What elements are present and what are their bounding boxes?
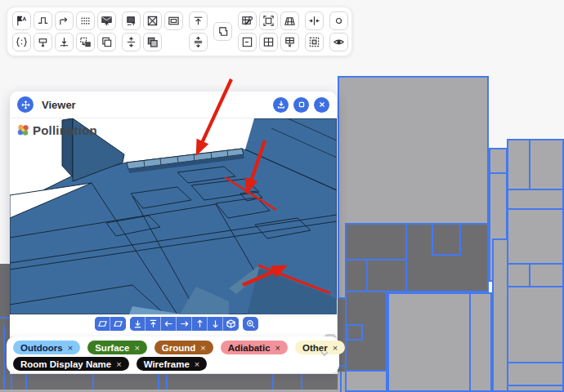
view-nav-toolbar — [95, 317, 258, 331]
up-view-button[interactable] — [192, 317, 208, 331]
rooms-transfer-button[interactable] — [76, 33, 95, 51]
plan-room — [489, 148, 508, 174]
tag-outdoors[interactable]: Outdoors× — [13, 341, 80, 354]
grid-wrench-icon — [241, 15, 253, 27]
plan-line — [3, 325, 5, 392]
remove-tag-icon[interactable]: × — [68, 343, 73, 353]
top-view-button[interactable] — [145, 317, 161, 331]
plan-room — [0, 264, 10, 392]
corner-arrow-button[interactable] — [55, 11, 74, 30]
remove-tag-icon[interactable]: × — [134, 343, 139, 353]
plan-room — [345, 370, 387, 392]
viewer-titlebar[interactable]: Viewer — [10, 91, 337, 118]
viewer-window: Viewer Pollination — [10, 91, 337, 336]
collapse-horizontal-button[interactable] — [305, 11, 324, 30]
plan-room — [492, 238, 508, 392]
flag-delete-button[interactable] — [34, 33, 52, 51]
close-button[interactable] — [314, 97, 329, 113]
plan-room — [345, 259, 368, 292]
plan-room — [529, 263, 564, 287]
tag-adiabatic[interactable]: Adiabatic× — [221, 341, 288, 354]
plan-line — [25, 374, 27, 390]
text-annotate-icon — [16, 15, 28, 27]
isometric-view-button[interactable] — [223, 317, 239, 331]
brace-match-button[interactable] — [12, 33, 31, 51]
plan-line — [0, 317, 10, 318]
plan-room — [507, 362, 564, 386]
tag-label: Ground — [162, 343, 196, 353]
tag-room-display-name[interactable]: Room Display Name× — [13, 357, 129, 371]
tags-row-2: Room Display Name× Wireframe× — [13, 357, 333, 371]
plan-line — [11, 374, 12, 390]
download-icon — [276, 100, 286, 109]
eye-visibility-button[interactable] — [329, 33, 348, 51]
x-box-button[interactable] — [143, 11, 162, 30]
x-box-icon — [146, 15, 159, 27]
text-annotate-button[interactable] — [12, 11, 31, 30]
grid-4-button[interactable] — [259, 33, 278, 51]
remove-tag-icon[interactable]: × — [116, 359, 121, 369]
grid-4-icon — [262, 36, 275, 48]
elevation-view-button[interactable] — [110, 317, 126, 331]
arrow-right-icon — [180, 319, 189, 328]
copy-button[interactable] — [97, 33, 116, 51]
tag-surface[interactable]: Surface× — [87, 341, 147, 354]
maximize-button[interactable] — [293, 97, 309, 113]
legend-tags-panel: Outdoors× Surface× Ground× Adiabatic× Ot… — [7, 336, 339, 373]
plan-room — [366, 259, 407, 292]
dot-grid-button[interactable] — [76, 11, 95, 30]
point-circle-icon — [333, 15, 345, 27]
remove-tag-icon[interactable]: × — [195, 359, 199, 369]
prism-icon — [114, 319, 123, 328]
tag-wireframe[interactable]: Wireframe× — [137, 357, 208, 371]
left-view-button[interactable] — [161, 317, 177, 331]
plan-room — [507, 189, 564, 210]
selection-box-icon — [308, 36, 320, 48]
union-icon — [146, 36, 159, 48]
arrow-down-icon — [211, 319, 220, 328]
polygon-room-button[interactable] — [213, 22, 232, 41]
tag-label: Wireframe — [144, 359, 190, 369]
brand-text: Pollination — [33, 123, 97, 137]
grid-wrench-button[interactable] — [238, 11, 257, 30]
tag-label: Adiabatic — [228, 343, 271, 353]
envelope-export-button[interactable] — [97, 11, 116, 30]
arrow-up-to-bar-button[interactable] — [189, 11, 208, 30]
right-view-button[interactable] — [177, 317, 192, 331]
down-view-button[interactable] — [208, 317, 223, 331]
image-export-button[interactable] — [122, 11, 141, 30]
plan-view-button[interactable] — [95, 317, 110, 331]
remove-tag-icon[interactable]: × — [275, 343, 280, 353]
plan-room — [469, 292, 492, 392]
step-wave-button[interactable] — [34, 11, 52, 30]
remove-tag-icon[interactable]: × — [333, 343, 338, 353]
copy-icon — [101, 36, 113, 48]
arrow-up-to-bar-icon — [149, 319, 158, 328]
bottom-view-button[interactable] — [130, 317, 145, 331]
selection-box-button[interactable] — [305, 33, 324, 51]
remove-tag-icon[interactable]: × — [200, 343, 205, 353]
pin-down-button[interactable] — [55, 33, 74, 51]
brace-match-icon — [16, 36, 28, 48]
tag-label: Room Display Name — [20, 359, 111, 369]
dot-grid-icon — [79, 15, 92, 27]
split-vertical-button[interactable] — [189, 33, 208, 51]
box-in-box-button[interactable] — [164, 11, 183, 30]
tag-ground[interactable]: Ground× — [154, 341, 213, 354]
zoom-extents-button[interactable] — [243, 317, 258, 331]
viewer-3d-canvas[interactable]: Pollination — [10, 118, 337, 314]
box-minus-button[interactable] — [238, 33, 257, 51]
download-button[interactable] — [273, 97, 289, 113]
pollination-brand: Pollination — [16, 123, 97, 137]
zoom-group — [243, 317, 258, 331]
surface-grid-button[interactable] — [280, 11, 299, 30]
plan-room — [10, 374, 338, 390]
expand-tags-button[interactable] — [318, 347, 331, 360]
union-button[interactable] — [143, 33, 162, 51]
point-circle-button[interactable] — [329, 11, 348, 30]
box-in-box-icon — [168, 15, 180, 27]
scale-box-button[interactable] — [259, 11, 278, 30]
distribute-vertical-button[interactable] — [122, 33, 141, 51]
grid-delete-button[interactable] — [280, 33, 299, 51]
plan-room — [507, 385, 564, 392]
